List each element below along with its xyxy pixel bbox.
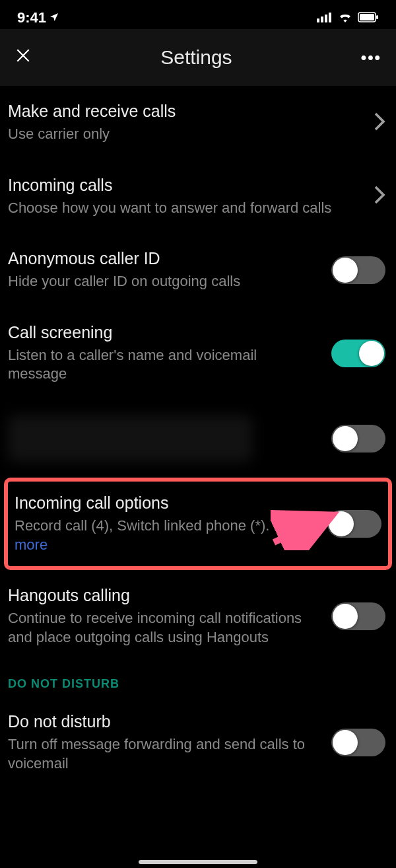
row-subtitle: Continue to receive incoming call notifi… [8, 609, 318, 647]
cellular-icon [317, 9, 333, 26]
row-title: Hangouts calling [8, 586, 318, 605]
toggle-incoming-call-options[interactable] [327, 510, 381, 538]
location-icon [49, 9, 59, 26]
row-title: Make and receive calls [8, 102, 360, 121]
row-subtitle-text: Record call (4), Switch linked phone (*)… [15, 517, 274, 534]
svg-rect-1 [321, 17, 323, 22]
home-indicator[interactable] [139, 860, 257, 864]
settings-list: Make and receive calls Use carrier only … [0, 86, 396, 780]
close-button[interactable] [15, 46, 32, 69]
row-subtitle: Turn off message forwarding and send cal… [8, 735, 318, 773]
chevron-right-icon [374, 112, 385, 134]
row-subtitle: Record call (4), Switch linked phone (*)… [15, 517, 314, 554]
section-do-not-disturb: DO NOT DISTURB [0, 663, 396, 696]
svg-rect-0 [317, 18, 319, 22]
row-subtitle: Choose how you want to answer and forwar… [8, 199, 360, 218]
status-time: 9:41 [17, 9, 46, 26]
annotation-highlight-box: Incoming call options Record call (4), S… [4, 478, 392, 570]
redacted-content [8, 416, 252, 462]
row-do-not-disturb: Do not disturb Turn off message forwardi… [0, 696, 396, 779]
row-redacted [0, 400, 396, 478]
more-button[interactable]: ••• [361, 48, 381, 67]
status-right [317, 9, 379, 26]
row-title: Incoming call options [15, 493, 314, 513]
svg-rect-5 [360, 14, 374, 20]
battery-icon [358, 9, 379, 26]
header-bar: Settings ••• [0, 29, 396, 86]
wifi-icon [338, 9, 352, 26]
svg-rect-3 [329, 13, 331, 22]
row-subtitle: Hide your caller ID on outgoing calls [8, 272, 318, 291]
chevron-right-icon [374, 185, 385, 207]
toggle-do-not-disturb[interactable] [331, 729, 385, 756]
toggle-call-screening[interactable] [331, 340, 385, 367]
row-anonymous-caller-id: Anonymous caller ID Hide your caller ID … [0, 233, 396, 307]
notch [125, 0, 271, 24]
page-title: Settings [160, 46, 232, 69]
row-incoming-call-options: Incoming call options Record call (4), S… [8, 482, 388, 566]
toggle-hangouts-calling[interactable] [331, 602, 385, 630]
row-title: Anonymous caller ID [8, 249, 318, 268]
row-title: Call screening [8, 323, 318, 342]
row-subtitle: Use carrier only [8, 125, 360, 144]
svg-rect-2 [325, 15, 327, 22]
row-incoming-calls[interactable]: Incoming calls Choose how you want to an… [0, 160, 396, 234]
row-make-receive-calls[interactable]: Make and receive calls Use carrier only [0, 86, 396, 160]
row-title: Incoming calls [8, 176, 360, 195]
toggle-redacted[interactable] [331, 425, 385, 452]
row-subtitle: Listen to a caller's name and voicemail … [8, 346, 318, 384]
toggle-anonymous-caller-id[interactable] [331, 256, 385, 284]
status-time-group: 9:41 [17, 9, 59, 26]
row-title: Do not disturb [8, 712, 318, 731]
svg-rect-6 [376, 15, 378, 19]
row-call-screening: Call screening Listen to a caller's name… [0, 307, 396, 400]
row-hangouts-calling: Hangouts calling Continue to receive inc… [0, 570, 396, 663]
